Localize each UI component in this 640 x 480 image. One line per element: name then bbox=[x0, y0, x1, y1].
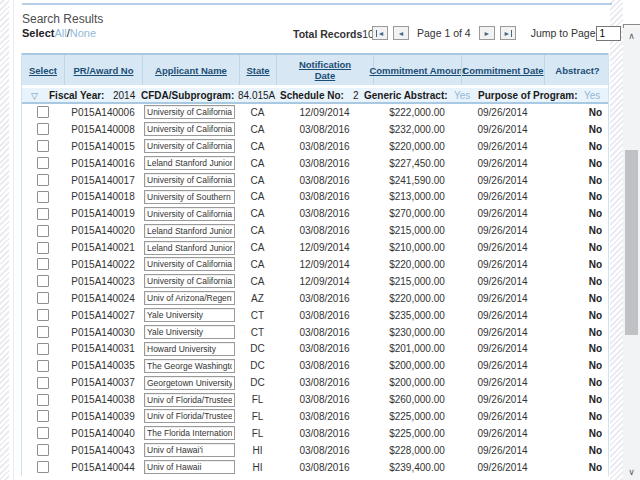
abstract-value: No bbox=[544, 411, 610, 422]
applicant-name-input[interactable] bbox=[144, 409, 235, 423]
row-checkbox[interactable] bbox=[37, 427, 49, 439]
notification-date: 03/08/2016 bbox=[276, 462, 373, 473]
commitment-amount: $239,400.00 bbox=[373, 462, 461, 473]
applicant-name-input[interactable] bbox=[144, 359, 235, 373]
row-checkbox[interactable] bbox=[37, 140, 49, 152]
applicant-name-input[interactable] bbox=[144, 325, 235, 339]
commitment-amount: $222,000.00 bbox=[373, 107, 461, 118]
applicant-name-input[interactable] bbox=[144, 122, 235, 136]
abstract-value: No bbox=[544, 158, 610, 169]
scrollbar-thumb[interactable] bbox=[625, 150, 638, 335]
row-checkbox[interactable] bbox=[37, 123, 49, 135]
generic-abstract-link[interactable]: Yes bbox=[454, 88, 470, 104]
column-header-abstract: Abstract? bbox=[544, 55, 610, 85]
applicant-name-input[interactable] bbox=[144, 426, 235, 440]
notification-date: 03/08/2016 bbox=[276, 327, 373, 338]
applicant-name-input[interactable] bbox=[144, 105, 235, 119]
row-checkbox[interactable] bbox=[37, 157, 49, 169]
state: DC bbox=[239, 377, 276, 388]
vertical-scrollbar[interactable]: ∧ ∨ bbox=[623, 28, 640, 480]
row-checkbox[interactable] bbox=[37, 275, 49, 287]
notification-date: 03/08/2016 bbox=[276, 310, 373, 321]
row-checkbox[interactable] bbox=[37, 410, 49, 422]
notification-date: 03/08/2016 bbox=[276, 158, 373, 169]
applicant-name-input[interactable] bbox=[144, 376, 235, 390]
first-page-button[interactable]: ◄ bbox=[372, 26, 388, 40]
row-checkbox[interactable] bbox=[37, 444, 49, 456]
state: DC bbox=[239, 360, 276, 371]
column-header-commitment-amount[interactable]: Commitment Amount bbox=[373, 55, 461, 85]
applicant-name-input[interactable] bbox=[144, 173, 235, 187]
abstract-value: No bbox=[544, 141, 610, 152]
collapse-expander-icon[interactable]: ▽ bbox=[31, 88, 38, 104]
column-header-notification-date[interactable]: Notification Date bbox=[276, 55, 373, 85]
row-checkbox[interactable] bbox=[37, 309, 49, 321]
applicant-name-input[interactable] bbox=[144, 224, 235, 238]
applicant-name-input[interactable] bbox=[144, 308, 235, 322]
row-checkbox[interactable] bbox=[37, 174, 49, 186]
notification-date: 03/08/2016 bbox=[276, 360, 373, 371]
row-checkbox[interactable] bbox=[37, 360, 49, 372]
row-checkbox[interactable] bbox=[37, 106, 49, 118]
abstract-value: No bbox=[544, 208, 610, 219]
select-all-link[interactable]: All bbox=[54, 27, 66, 39]
applicant-name-input[interactable] bbox=[144, 460, 235, 474]
applicant-name-input[interactable] bbox=[144, 257, 235, 271]
commitment-amount: $220,000.00 bbox=[373, 259, 461, 270]
column-header-state[interactable]: State bbox=[239, 55, 276, 85]
page-title: Search Results bbox=[22, 12, 103, 26]
applicant-name-input[interactable] bbox=[144, 207, 235, 221]
commitment-date: 09/26/2014 bbox=[461, 175, 544, 186]
state: CT bbox=[239, 310, 276, 321]
applicant-name-input[interactable] bbox=[144, 139, 235, 153]
row-checkbox[interactable] bbox=[37, 377, 49, 389]
pr-award-no: P015A140039 bbox=[64, 411, 142, 422]
notification-date: 03/08/2016 bbox=[276, 191, 373, 202]
applicant-name-input[interactable] bbox=[144, 342, 235, 356]
row-checkbox[interactable] bbox=[37, 242, 49, 254]
last-page-button[interactable]: ► bbox=[500, 26, 516, 40]
column-header-commitment-date[interactable]: Commitment Date bbox=[461, 55, 544, 85]
table-row: P015A140018 CA 03/08/2016 $213,000.00 09… bbox=[22, 188, 608, 205]
row-checkbox[interactable] bbox=[37, 326, 49, 338]
select-none-link[interactable]: None bbox=[70, 27, 96, 39]
applicant-name-input[interactable] bbox=[144, 241, 235, 255]
state: CA bbox=[239, 141, 276, 152]
applicant-name-input[interactable] bbox=[144, 443, 235, 457]
table-row: P015A140024 AZ 03/08/2016 $220,000.00 09… bbox=[22, 290, 608, 307]
row-checkbox[interactable] bbox=[37, 461, 49, 473]
pr-award-no: P015A140016 bbox=[64, 158, 142, 169]
pr-award-no: P015A140035 bbox=[64, 360, 142, 371]
purpose-of-program-link[interactable]: Yes bbox=[584, 88, 600, 104]
abstract-value: No bbox=[544, 107, 610, 118]
pr-award-no: P015A140006 bbox=[64, 107, 142, 118]
table-row: P015A140019 CA 03/08/2016 $270,000.00 09… bbox=[22, 205, 608, 222]
row-checkbox[interactable] bbox=[37, 292, 49, 304]
commitment-date: 09/26/2014 bbox=[461, 107, 544, 118]
previous-page-button[interactable]: ◄ bbox=[393, 26, 409, 40]
applicant-name-input[interactable] bbox=[144, 190, 235, 204]
commitment-date: 09/26/2014 bbox=[461, 158, 544, 169]
first-page-icon bbox=[376, 30, 377, 37]
row-checkbox[interactable] bbox=[37, 208, 49, 220]
column-header-select[interactable]: Select bbox=[22, 55, 64, 85]
abstract-value: No bbox=[544, 276, 610, 287]
row-checkbox[interactable] bbox=[37, 343, 49, 355]
row-checkbox[interactable] bbox=[37, 191, 49, 203]
scroll-up-icon[interactable]: ∧ bbox=[623, 28, 640, 44]
column-header-pr-award-no[interactable]: PR/Award No bbox=[64, 55, 142, 85]
applicant-name-input[interactable] bbox=[144, 156, 235, 170]
row-checkbox[interactable] bbox=[37, 258, 49, 270]
applicant-name-input[interactable] bbox=[144, 274, 235, 288]
applicant-name-input[interactable] bbox=[144, 393, 235, 407]
next-page-button[interactable]: ► bbox=[479, 26, 495, 40]
scroll-down-icon[interactable]: ∨ bbox=[623, 464, 640, 480]
row-checkbox[interactable] bbox=[37, 394, 49, 406]
row-checkbox[interactable] bbox=[37, 225, 49, 237]
pr-award-no: P015A140031 bbox=[64, 343, 142, 354]
jump-to-page-input[interactable] bbox=[596, 26, 621, 41]
top-divider bbox=[22, 3, 612, 5]
notification-date: 03/08/2016 bbox=[276, 343, 373, 354]
applicant-name-input[interactable] bbox=[144, 291, 235, 305]
column-header-applicant-name[interactable]: Applicant Name bbox=[142, 55, 239, 85]
